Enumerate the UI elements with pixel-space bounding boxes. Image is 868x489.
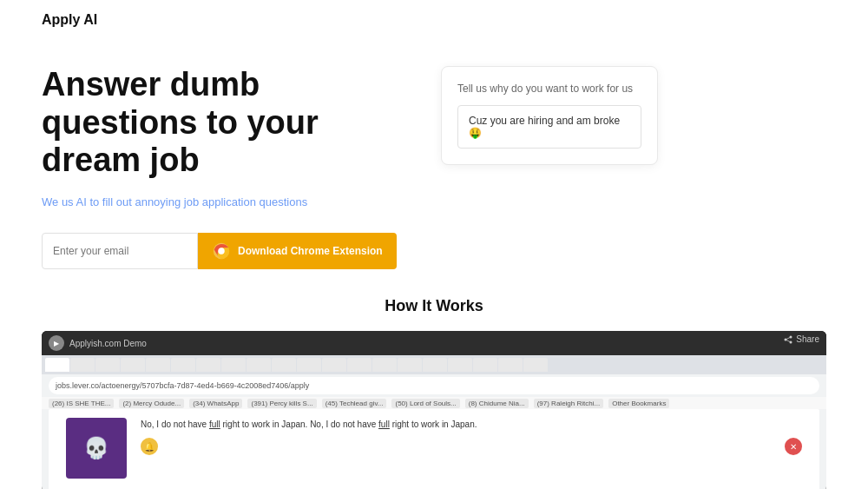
- share-icon: [784, 335, 792, 344]
- video-top-bar: ▶ Applyish.com Demo Share: [42, 331, 826, 355]
- share-button[interactable]: Share: [784, 334, 819, 344]
- answer-area: No, I do not have full right to work in …: [141, 418, 802, 479]
- browser-tab[interactable]: [322, 358, 346, 372]
- bookmark-item[interactable]: Other Bookmarks: [608, 399, 669, 408]
- browser-tab[interactable]: [95, 358, 120, 372]
- chrome-icon: [212, 241, 231, 261]
- hero-section: Answer dumb questions to your dream job …: [0, 40, 868, 287]
- video-container: ▶ Applyish.com Demo Share: [42, 331, 826, 489]
- video-label: Applyish.com Demo: [69, 339, 147, 348]
- browser-tab[interactable]: [423, 358, 447, 372]
- bookmark-item[interactable]: (391) Percy kills S...: [247, 399, 316, 408]
- browser-tab[interactable]: [221, 358, 246, 372]
- logo: Apply AI: [42, 12, 97, 28]
- content-inner: 💀 No, I do not have full right to work i…: [49, 409, 819, 487]
- address-bar[interactable]: jobs.lever.co/actoenergy/5707bcfa-7d87-4…: [49, 377, 819, 394]
- svg-line-6: [786, 337, 791, 340]
- emoji-box: 💀: [66, 418, 127, 479]
- browser-tab[interactable]: [146, 358, 170, 372]
- bookmark-item[interactable]: (8) Chidume Nia...: [465, 399, 529, 408]
- bookmark-item[interactable]: (2) Mercy Odude...: [119, 399, 184, 408]
- card-answer-text: Cuz you are hiring and am broke 🤑: [469, 115, 620, 139]
- browser-tab[interactable]: [473, 358, 497, 372]
- browser-mockup: jobs.lever.co/actoenergy/5707bcfa-7d87-4…: [42, 355, 826, 489]
- browser-tab[interactable]: [347, 358, 372, 372]
- how-it-works-title: How It Works: [0, 297, 868, 315]
- card-answer-box: Cuz you are hiring and am broke 🤑: [457, 105, 641, 149]
- svg-line-7: [786, 340, 791, 342]
- browser-tab[interactable]: [70, 358, 95, 372]
- email-input[interactable]: [42, 233, 198, 269]
- hero-left: Answer dumb questions to your dream job …: [42, 66, 406, 269]
- download-button-label: Download Chrome Extension: [238, 245, 383, 257]
- browser-tab-active[interactable]: [45, 358, 69, 372]
- card-question-text: Tell us why do you want to work for us: [457, 83, 641, 95]
- bell-icon: 🔔: [141, 438, 158, 455]
- answer-text: No, I do not have full right to work in …: [141, 418, 802, 431]
- cta-row: Download Chrome Extension: [42, 233, 406, 269]
- bookmark-item[interactable]: (45) Techlead giv...: [322, 399, 387, 408]
- bookmark-item[interactable]: (97) Raleigh Ritchi...: [534, 399, 603, 408]
- how-it-works-section: How It Works: [0, 287, 868, 324]
- browser-tab[interactable]: [272, 358, 296, 372]
- browser-tab[interactable]: [297, 358, 321, 372]
- browser-tabs: [42, 355, 826, 374]
- browser-tab[interactable]: [448, 358, 472, 372]
- svg-point-2: [218, 248, 224, 254]
- address-bar-text: jobs.lever.co/actoenergy/5707bcfa-7d87-4…: [56, 381, 309, 390]
- answer-icons: 🔔 ✕: [141, 438, 802, 455]
- browser-tab[interactable]: [196, 358, 220, 372]
- browser-tab[interactable]: [171, 358, 195, 372]
- browser-tab[interactable]: [372, 358, 397, 372]
- hero-title: Answer dumb questions to your dream job: [42, 66, 406, 180]
- browser-tab[interactable]: [498, 358, 523, 372]
- header: Apply AI: [0, 0, 868, 40]
- hero-subtitle: We us AI to fill out annoying job applic…: [42, 195, 406, 208]
- browser-tab[interactable]: [247, 358, 271, 372]
- browser-tab[interactable]: [523, 358, 548, 372]
- question-card: Tell us why do you want to work for us C…: [441, 66, 658, 165]
- share-label: Share: [796, 334, 819, 344]
- close-icon[interactable]: ✕: [785, 438, 802, 455]
- hero-right: Tell us why do you want to work for us C…: [441, 66, 658, 165]
- bookmark-item[interactable]: (50) Lord of Souls...: [391, 399, 459, 408]
- browser-content: 💀 No, I do not have full right to work i…: [49, 409, 819, 489]
- browser-tab[interactable]: [398, 358, 422, 372]
- skull-emoji: 💀: [83, 436, 109, 460]
- video-avatar: ▶: [49, 335, 64, 351]
- download-chrome-button[interactable]: Download Chrome Extension: [198, 233, 397, 269]
- bookmark-item[interactable]: (26) IS SHE THE...: [49, 399, 114, 408]
- bookmarks-bar: (26) IS SHE THE... (2) Mercy Odude... (3…: [42, 397, 826, 409]
- browser-tab[interactable]: [121, 358, 145, 372]
- bookmark-item[interactable]: (34) WhatsApp: [189, 399, 242, 408]
